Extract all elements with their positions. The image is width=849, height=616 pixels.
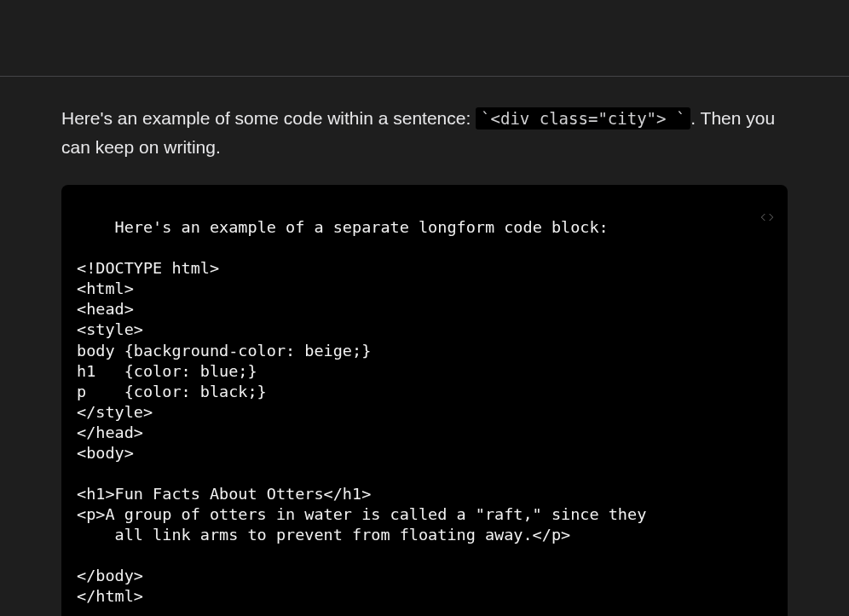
inline-code-example: `<div class="city"> ` [476,107,690,130]
intro-text-part1: Here's an example of some code within a … [61,108,476,128]
content-area: Here's an example of some code within a … [0,77,849,616]
intro-paragraph: Here's an example of some code within a … [61,104,788,161]
code-block-content: Here's an example of a separate longform… [77,218,646,605]
top-bar [0,0,849,77]
code-block: Here's an example of a separate longform… [61,185,788,616]
code-icon[interactable] [724,197,774,241]
